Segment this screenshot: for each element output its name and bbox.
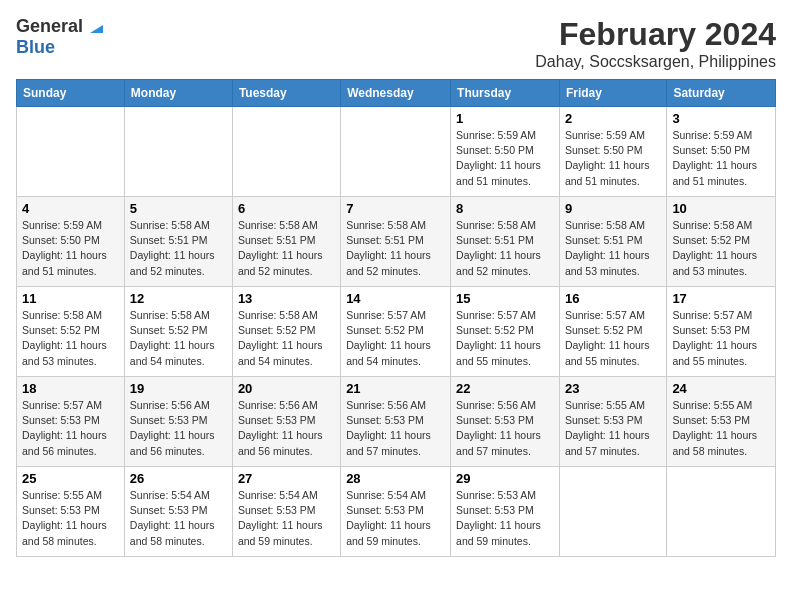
header-saturday: Saturday [667,80,776,107]
day-info: Sunrise: 5:55 AMSunset: 5:53 PMDaylight:… [672,399,757,457]
logo-blue-text: Blue [16,37,55,57]
day-info: Sunrise: 5:55 AMSunset: 5:53 PMDaylight:… [565,399,650,457]
logo: General Blue [16,16,107,58]
table-row: 13 Sunrise: 5:58 AMSunset: 5:52 PMDaylig… [232,287,340,377]
calendar-week-row: 1 Sunrise: 5:59 AMSunset: 5:50 PMDayligh… [17,107,776,197]
header-sunday: Sunday [17,80,125,107]
day-info: Sunrise: 5:56 AMSunset: 5:53 PMDaylight:… [238,399,323,457]
header-wednesday: Wednesday [341,80,451,107]
day-number: 1 [456,111,554,126]
title-section: February 2024 Dahay, Soccsksargen, Phili… [535,16,776,71]
day-info: Sunrise: 5:56 AMSunset: 5:53 PMDaylight:… [346,399,431,457]
svg-marker-0 [90,25,103,33]
day-info: Sunrise: 5:58 AMSunset: 5:51 PMDaylight:… [130,219,215,277]
day-number: 27 [238,471,335,486]
day-info: Sunrise: 5:58 AMSunset: 5:52 PMDaylight:… [238,309,323,367]
day-info: Sunrise: 5:58 AMSunset: 5:51 PMDaylight:… [346,219,431,277]
table-row [341,107,451,197]
header: General Blue February 2024 Dahay, Soccsk… [16,16,776,71]
day-number: 19 [130,381,227,396]
calendar-header-row: Sunday Monday Tuesday Wednesday Thursday… [17,80,776,107]
table-row: 22 Sunrise: 5:56 AMSunset: 5:53 PMDaylig… [451,377,560,467]
table-row [667,467,776,557]
day-info: Sunrise: 5:53 AMSunset: 5:53 PMDaylight:… [456,489,541,547]
calendar-week-row: 18 Sunrise: 5:57 AMSunset: 5:53 PMDaylig… [17,377,776,467]
table-row: 11 Sunrise: 5:58 AMSunset: 5:52 PMDaylig… [17,287,125,377]
day-number: 26 [130,471,227,486]
day-number: 13 [238,291,335,306]
day-info: Sunrise: 5:54 AMSunset: 5:53 PMDaylight:… [238,489,323,547]
day-info: Sunrise: 5:57 AMSunset: 5:53 PMDaylight:… [22,399,107,457]
day-info: Sunrise: 5:58 AMSunset: 5:52 PMDaylight:… [22,309,107,367]
table-row: 8 Sunrise: 5:58 AMSunset: 5:51 PMDayligh… [451,197,560,287]
day-number: 11 [22,291,119,306]
logo-triangle-icon [85,15,107,37]
day-info: Sunrise: 5:58 AMSunset: 5:52 PMDaylight:… [130,309,215,367]
header-tuesday: Tuesday [232,80,340,107]
table-row [124,107,232,197]
calendar-week-row: 25 Sunrise: 5:55 AMSunset: 5:53 PMDaylig… [17,467,776,557]
day-number: 23 [565,381,661,396]
day-number: 18 [22,381,119,396]
table-row: 16 Sunrise: 5:57 AMSunset: 5:52 PMDaylig… [559,287,666,377]
day-number: 22 [456,381,554,396]
table-row: 10 Sunrise: 5:58 AMSunset: 5:52 PMDaylig… [667,197,776,287]
page-subtitle: Dahay, Soccsksargen, Philippines [535,53,776,71]
table-row: 12 Sunrise: 5:58 AMSunset: 5:52 PMDaylig… [124,287,232,377]
day-number: 16 [565,291,661,306]
table-row: 3 Sunrise: 5:59 AMSunset: 5:50 PMDayligh… [667,107,776,197]
day-info: Sunrise: 5:59 AMSunset: 5:50 PMDaylight:… [22,219,107,277]
day-info: Sunrise: 5:59 AMSunset: 5:50 PMDaylight:… [456,129,541,187]
header-monday: Monday [124,80,232,107]
day-number: 9 [565,201,661,216]
day-number: 4 [22,201,119,216]
day-number: 12 [130,291,227,306]
day-number: 3 [672,111,770,126]
day-info: Sunrise: 5:57 AMSunset: 5:52 PMDaylight:… [456,309,541,367]
day-info: Sunrise: 5:58 AMSunset: 5:51 PMDaylight:… [565,219,650,277]
page-title: February 2024 [535,16,776,53]
table-row [232,107,340,197]
day-number: 20 [238,381,335,396]
day-info: Sunrise: 5:57 AMSunset: 5:53 PMDaylight:… [672,309,757,367]
day-number: 28 [346,471,445,486]
day-number: 24 [672,381,770,396]
header-thursday: Thursday [451,80,560,107]
header-friday: Friday [559,80,666,107]
table-row: 9 Sunrise: 5:58 AMSunset: 5:51 PMDayligh… [559,197,666,287]
calendar-week-row: 4 Sunrise: 5:59 AMSunset: 5:50 PMDayligh… [17,197,776,287]
day-info: Sunrise: 5:59 AMSunset: 5:50 PMDaylight:… [565,129,650,187]
day-number: 29 [456,471,554,486]
day-number: 14 [346,291,445,306]
table-row: 1 Sunrise: 5:59 AMSunset: 5:50 PMDayligh… [451,107,560,197]
day-info: Sunrise: 5:56 AMSunset: 5:53 PMDaylight:… [456,399,541,457]
table-row: 27 Sunrise: 5:54 AMSunset: 5:53 PMDaylig… [232,467,340,557]
day-info: Sunrise: 5:55 AMSunset: 5:53 PMDaylight:… [22,489,107,547]
day-info: Sunrise: 5:58 AMSunset: 5:51 PMDaylight:… [238,219,323,277]
table-row: 4 Sunrise: 5:59 AMSunset: 5:50 PMDayligh… [17,197,125,287]
day-number: 2 [565,111,661,126]
table-row: 6 Sunrise: 5:58 AMSunset: 5:51 PMDayligh… [232,197,340,287]
table-row: 25 Sunrise: 5:55 AMSunset: 5:53 PMDaylig… [17,467,125,557]
day-number: 5 [130,201,227,216]
table-row: 5 Sunrise: 5:58 AMSunset: 5:51 PMDayligh… [124,197,232,287]
table-row [17,107,125,197]
day-info: Sunrise: 5:58 AMSunset: 5:52 PMDaylight:… [672,219,757,277]
table-row: 2 Sunrise: 5:59 AMSunset: 5:50 PMDayligh… [559,107,666,197]
day-number: 25 [22,471,119,486]
day-number: 6 [238,201,335,216]
day-number: 10 [672,201,770,216]
table-row: 21 Sunrise: 5:56 AMSunset: 5:53 PMDaylig… [341,377,451,467]
day-info: Sunrise: 5:57 AMSunset: 5:52 PMDaylight:… [346,309,431,367]
day-number: 8 [456,201,554,216]
logo-general-text: General [16,16,83,37]
table-row: 20 Sunrise: 5:56 AMSunset: 5:53 PMDaylig… [232,377,340,467]
table-row: 19 Sunrise: 5:56 AMSunset: 5:53 PMDaylig… [124,377,232,467]
day-number: 17 [672,291,770,306]
day-number: 21 [346,381,445,396]
table-row: 28 Sunrise: 5:54 AMSunset: 5:53 PMDaylig… [341,467,451,557]
table-row: 15 Sunrise: 5:57 AMSunset: 5:52 PMDaylig… [451,287,560,377]
day-number: 15 [456,291,554,306]
day-info: Sunrise: 5:58 AMSunset: 5:51 PMDaylight:… [456,219,541,277]
table-row: 18 Sunrise: 5:57 AMSunset: 5:53 PMDaylig… [17,377,125,467]
